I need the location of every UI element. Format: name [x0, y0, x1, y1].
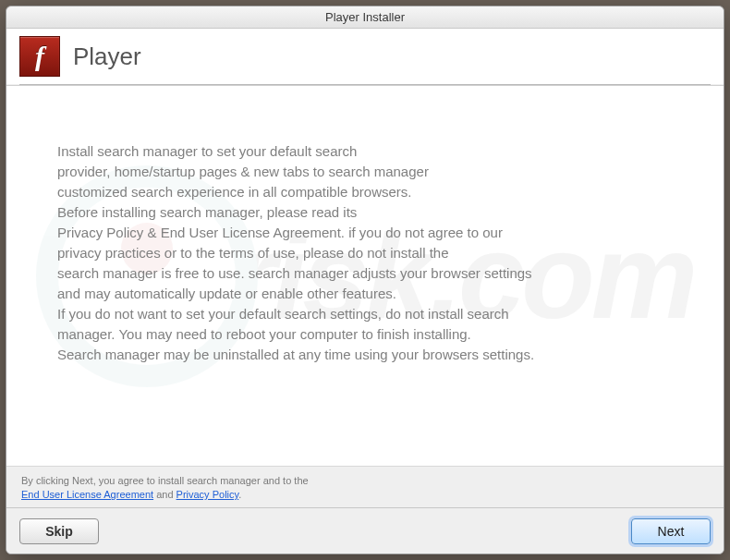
skip-button[interactable]: Skip	[19, 518, 99, 544]
eula-link[interactable]: End User License Agreement	[21, 489, 153, 500]
agreement-notice: By clicking Next, you agree to install s…	[6, 466, 724, 507]
agreement-and: and	[153, 489, 176, 500]
install-description: Install search manager to set your defau…	[57, 141, 673, 365]
content-area: risk.com Install search manager to set y…	[6, 85, 724, 466]
next-button[interactable]: Next	[631, 518, 711, 544]
privacy-policy-link[interactable]: Privacy Policy	[176, 489, 239, 500]
flash-player-icon: f	[19, 36, 60, 77]
footer: Skip Next	[6, 507, 724, 554]
window-titlebar: Player Installer	[6, 6, 724, 29]
header: f Player	[6, 29, 724, 84]
agreement-prefix: By clicking Next, you agree to install s…	[21, 475, 309, 486]
agreement-suffix: .	[238, 489, 241, 500]
installer-window: Player Installer f Player risk.com Insta…	[6, 6, 724, 554]
flash-glyph: f	[35, 41, 44, 72]
window-title: Player Installer	[325, 10, 405, 24]
app-title: Player	[73, 43, 141, 71]
